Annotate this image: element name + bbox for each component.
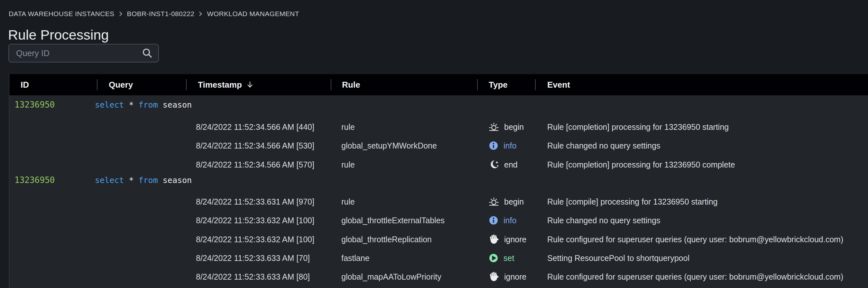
column-header-label: Query — [109, 80, 133, 90]
type-cell: begin — [488, 118, 524, 136]
event-row: 8/24/2022 11:52:33.631 AM [970] rule beg… — [9, 192, 868, 211]
column-header-event[interactable]: Event — [547, 74, 570, 95]
type-cell: begin — [488, 192, 524, 211]
sql-identifier: season — [163, 176, 192, 185]
sort-descending-icon — [246, 81, 254, 89]
rule-cell: global_throttleExternalTables — [341, 211, 445, 230]
type-label: end — [504, 160, 518, 169]
info-icon — [488, 215, 499, 226]
query-sql-text: select * from season — [95, 95, 192, 114]
event-row: 8/24/2022 11:52:34.566 AM [530] global_s… — [9, 136, 868, 155]
timestamp-cell: 8/24/2022 11:52:33.633 AM [80] — [196, 267, 310, 286]
column-header-label: ID — [21, 80, 29, 90]
column-header-label: Rule — [342, 80, 360, 90]
timestamp-cell: 8/24/2022 11:52:33.631 AM [970] — [196, 192, 314, 211]
sql-identifier: season — [163, 100, 192, 110]
column-divider — [535, 79, 536, 90]
event-row: 8/24/2022 11:52:33.633 AM [80] global_ma… — [9, 267, 868, 286]
rule-cell: global_setupYMWorkDone — [341, 136, 437, 155]
column-header-query[interactable]: Query — [109, 74, 133, 95]
hand-icon — [487, 233, 501, 246]
event-row: 8/24/2022 11:52:33.632 AM [100] global_t… — [9, 211, 868, 230]
sql-star: * — [129, 100, 133, 110]
timestamp-cell: 8/24/2022 11:52:34.566 AM [440] — [196, 118, 314, 136]
column-header-timestamp[interactable]: Timestamp — [198, 74, 254, 95]
moon-icon — [488, 159, 500, 170]
column-header-label: Type — [489, 80, 508, 90]
timestamp-cell: 8/24/2022 11:52:33.633 AM [70] — [196, 249, 310, 267]
info-icon — [488, 140, 499, 151]
rule-cell: rule — [341, 118, 355, 136]
column-divider — [186, 79, 187, 90]
event-cell: Rule changed no query settings — [547, 136, 660, 155]
rule-cell: rule — [341, 192, 355, 211]
event-cell: Rule configured for superuser queries (q… — [547, 230, 843, 249]
breadcrumb-item-instances[interactable]: DATA WAREHOUSE INSTANCES — [9, 10, 115, 18]
query-id-value[interactable]: 13236950 — [14, 171, 55, 190]
chevron-right-icon — [119, 11, 123, 17]
play-icon — [488, 253, 499, 263]
sunrise-icon — [488, 121, 500, 133]
column-header-type[interactable]: Type — [489, 74, 508, 95]
event-row: 8/24/2022 11:52:33.633 AM [70] fastlane … — [9, 249, 868, 267]
rule-cell: fastlane — [341, 249, 370, 267]
column-header-label: Event — [547, 80, 570, 90]
column-header-id[interactable]: ID — [21, 74, 29, 95]
type-cell: ignore — [488, 267, 527, 286]
type-label: begin — [504, 197, 524, 206]
breadcrumb-item-workload-management[interactable]: WORKLOAD MANAGEMENT — [207, 10, 299, 18]
sql-keyword: from — [139, 100, 158, 110]
sql-star: * — [129, 176, 133, 185]
type-label: info — [503, 141, 516, 150]
column-divider — [331, 79, 331, 90]
rule-cell: global_mapAAToLowPriority — [341, 267, 441, 286]
sunrise-icon — [488, 196, 500, 207]
event-row: 8/24/2022 11:52:33.632 AM [100] global_t… — [9, 230, 868, 249]
event-cell: Rule [completion] processing for 1323695… — [547, 118, 729, 136]
sql-keyword: select — [95, 176, 124, 185]
event-cell: Rule changed no query settings — [547, 211, 660, 230]
sql-keyword: from — [139, 176, 158, 185]
timestamp-cell: 8/24/2022 11:52:34.566 AM [530] — [196, 136, 314, 155]
column-header-rule[interactable]: Rule — [342, 74, 360, 95]
type-label: info — [503, 216, 516, 225]
query-sql-text: select * from season — [95, 171, 192, 190]
sql-keyword: select — [95, 100, 124, 110]
type-cell: info — [488, 136, 516, 155]
rule-cell: global_throttleReplication — [341, 230, 432, 249]
breadcrumb-item-instance[interactable]: BOBR-INST1-080222 — [127, 10, 195, 18]
type-label: begin — [504, 122, 524, 132]
event-cell: Rule [compile] processing for 13236950 s… — [547, 192, 717, 211]
search-input[interactable] — [9, 45, 139, 62]
type-cell: ignore — [488, 230, 527, 249]
page-title: Rule Processing — [8, 27, 109, 43]
chevron-right-icon — [198, 11, 203, 17]
type-label: set — [503, 254, 514, 263]
search-icon[interactable] — [142, 47, 153, 59]
query-id-value[interactable]: 13236950 — [14, 95, 55, 114]
hand-icon — [487, 270, 501, 284]
rule-processing-table: ID Query Timestamp Rule Type Event 13236… — [9, 74, 868, 288]
query-group-row: 13236950 select * from season — [9, 95, 868, 114]
type-cell: info — [488, 211, 516, 230]
breadcrumb: DATA WAREHOUSE INSTANCES BOBR-INST1-0802… — [9, 10, 299, 18]
timestamp-cell: 8/24/2022 11:52:33.632 AM [100] — [196, 230, 314, 249]
column-header-label: Timestamp — [198, 80, 242, 90]
column-divider — [477, 79, 478, 90]
type-label: ignore — [504, 272, 527, 282]
event-cell: Rule configured for superuser queries (q… — [547, 267, 843, 286]
event-row: 8/24/2022 11:52:34.566 AM [440] rule beg… — [9, 118, 868, 136]
query-group-row: 13236950 select * from season — [9, 171, 868, 190]
table-header: ID Query Timestamp Rule Type Event — [9, 74, 868, 95]
column-divider — [97, 79, 97, 90]
event-cell: Setting ResourcePool to shortquerypool — [547, 249, 689, 267]
timestamp-cell: 8/24/2022 11:52:33.632 AM [100] — [196, 211, 314, 230]
type-cell: set — [488, 249, 514, 267]
query-id-search — [8, 44, 159, 62]
type-label: ignore — [504, 235, 527, 244]
